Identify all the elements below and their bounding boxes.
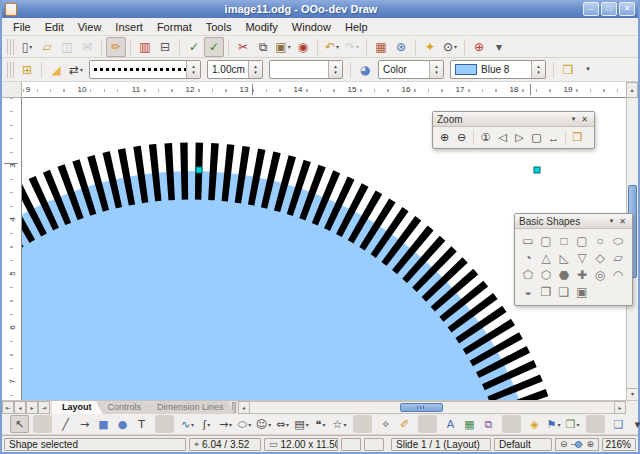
spinner-icon[interactable]: ▴▾	[429, 61, 443, 78]
Edit[interactable]: Edit	[38, 20, 71, 34]
object-zoom-button[interactable]: ❒	[569, 129, 586, 146]
gallery-button[interactable]: ⧉	[479, 415, 498, 433]
shape-cross[interactable]: ✚	[573, 266, 591, 283]
horizontal-scroll-track[interactable]	[250, 401, 614, 414]
open-button[interactable]: ▱	[37, 37, 57, 57]
horizontal-scrollbar[interactable]: ◂ ▸	[238, 401, 626, 414]
Window[interactable]: Window	[285, 20, 338, 34]
flowchart-button[interactable]: ▤ ▾	[292, 415, 311, 433]
alignment-button[interactable]: ⚑ ▾	[544, 415, 563, 433]
zoom-slider-thumb[interactable]	[575, 441, 582, 448]
shape-frame[interactable]: ▣	[573, 283, 591, 300]
shape-isosceles-triangle[interactable]: △	[537, 249, 555, 266]
auto-spellcheck-button[interactable]: ✓	[204, 37, 224, 57]
gallery-button[interactable]: ▦	[371, 37, 391, 57]
palette-menu-icon[interactable]: ▾	[606, 217, 618, 225]
toolbar-more-button[interactable]: ▾	[628, 415, 640, 433]
curve-button[interactable]: ∿ ▾	[178, 415, 197, 433]
spellcheck-button[interactable]: ✓	[184, 37, 204, 57]
zoom-out-button[interactable]: ⊖	[453, 129, 470, 146]
Controls[interactable]: Controls	[98, 401, 153, 414]
basic-shapes-titlebar[interactable]: Basic Shapes ▾ ✕	[515, 214, 632, 229]
page-style-field[interactable]: Default	[494, 438, 552, 451]
palette-close-icon[interactable]: ✕	[579, 115, 590, 124]
arrow-style-button[interactable]: ⇄ ▾	[66, 60, 86, 80]
fill-type-select[interactable]: Color ▴▾	[378, 60, 444, 79]
scroll-up-button[interactable]: ▴	[626, 82, 638, 98]
navigator-button[interactable]: ⊛	[391, 37, 411, 57]
paste-button[interactable]: ▣ ▾	[273, 37, 293, 57]
fontwork-gallery-button[interactable]: A	[441, 415, 460, 433]
zoom-slider[interactable]: ⊖ ⊕	[555, 438, 599, 451]
scroll-down-button[interactable]: ▾	[627, 388, 638, 400]
zoom-palette-titlebar[interactable]: Zoom ▾ ✕	[433, 112, 594, 127]
horizontal-scroll-thumb[interactable]	[400, 403, 443, 412]
Dimension Lines[interactable]: Dimension Lines	[147, 401, 235, 414]
callouts-button[interactable]: ❝ ▾	[311, 415, 330, 433]
zoom-slider-track[interactable]	[571, 444, 584, 445]
zoom-out-icon[interactable]: ⊖	[560, 439, 568, 449]
Help[interactable]: Help	[338, 20, 375, 34]
undo-button[interactable]: ↶ ▾	[322, 37, 342, 57]
selection-handle[interactable]	[534, 167, 540, 173]
palette-menu-icon[interactable]: ▾	[568, 115, 580, 123]
Format[interactable]: Format	[150, 20, 199, 34]
cut-button[interactable]: ✂	[233, 37, 253, 57]
lines-arrows-button[interactable]: → ▾	[216, 415, 235, 433]
fill-color-select[interactable]: Blue 8 ▴▾	[450, 60, 546, 79]
select-button[interactable]: ↖	[10, 415, 29, 433]
shape-hexagon[interactable]: ⬡	[537, 266, 555, 283]
insert-picture-button[interactable]: ▦	[460, 415, 479, 433]
styles-button[interactable]: ⊞	[17, 60, 37, 80]
zoom-100-button[interactable]: ①	[477, 129, 494, 146]
extrusion-button[interactable]: ❑	[609, 415, 628, 433]
redo-button[interactable]: ↷ ▾	[342, 37, 362, 57]
vertical-ruler[interactable]: 34567	[2, 98, 22, 400]
shape-trapezoid[interactable]: ▽	[573, 249, 591, 266]
Modify[interactable]: Modify	[238, 20, 284, 34]
maximize-button[interactable]: □	[601, 2, 617, 16]
line-style-select[interactable]: ▴▾	[89, 60, 201, 79]
rotate-button[interactable]: ◈	[525, 415, 544, 433]
zoom-in-icon[interactable]: ⊕	[586, 439, 594, 449]
save-button[interactable]: ◫	[57, 37, 77, 57]
help-button[interactable]: ⊕	[469, 37, 489, 57]
rectangle-button[interactable]: ■	[94, 415, 113, 433]
shape-folded-corner[interactable]: ❑	[555, 283, 573, 300]
line-button[interactable]: ╱	[56, 415, 75, 433]
shape-octagon[interactable]: ⬣	[555, 266, 573, 283]
zoom-pan-button[interactable]: ✦	[420, 37, 440, 57]
shape-right-triangle[interactable]: ◺	[555, 249, 573, 266]
spinner-icon[interactable]: ▴▾	[186, 61, 200, 78]
selection-handle[interactable]	[196, 167, 202, 173]
clone-formatting-button[interactable]: ◉	[293, 37, 313, 57]
new-document-button[interactable]: ▯ ▾	[17, 37, 37, 57]
zoom-in-button[interactable]: ⊕	[436, 129, 453, 146]
print-button[interactable]: ⊟	[155, 37, 175, 57]
document-as-email-button[interactable]: ✉	[77, 37, 97, 57]
zoom-button[interactable]: ⊙ ▾	[440, 37, 460, 57]
shape-cube[interactable]: ❐	[537, 283, 555, 300]
shadow-button[interactable]: ❐	[558, 60, 578, 80]
close-button[interactable]: ✕	[619, 2, 635, 16]
shape-ring[interactable]: ◎	[591, 266, 609, 283]
stars-button[interactable]: ☆ ▾	[330, 415, 349, 433]
File[interactable]: File	[6, 20, 38, 34]
toolbar-grip[interactable]	[7, 39, 14, 55]
shape-parallelogram[interactable]: ▱	[609, 249, 627, 266]
text-button[interactable]: T	[132, 415, 151, 433]
shape-cylinder[interactable]: ◒	[519, 283, 537, 300]
shape-circle-pie[interactable]: ◔	[519, 249, 537, 266]
horizontal-ruler[interactable]: 910111213141516171819	[22, 82, 626, 98]
spinner-icon[interactable]: ▴▾	[531, 61, 545, 78]
line-width-input[interactable]: 1.00cm ▴▾	[207, 60, 263, 79]
shape-square[interactable]: □	[555, 232, 573, 249]
arrow-button[interactable]: →	[75, 415, 94, 433]
shape-diamond[interactable]: ◇	[591, 249, 609, 266]
selected-shape[interactable]	[22, 171, 541, 400]
line-color-select[interactable]: ▴▾	[269, 60, 343, 79]
toolbar-more-button[interactable]: ▾	[578, 60, 598, 80]
shape-ellipse[interactable]: ⬭	[609, 232, 627, 249]
area-dialog-button[interactable]: ◕	[355, 60, 375, 80]
edit-points-button[interactable]: ✧	[376, 415, 395, 433]
